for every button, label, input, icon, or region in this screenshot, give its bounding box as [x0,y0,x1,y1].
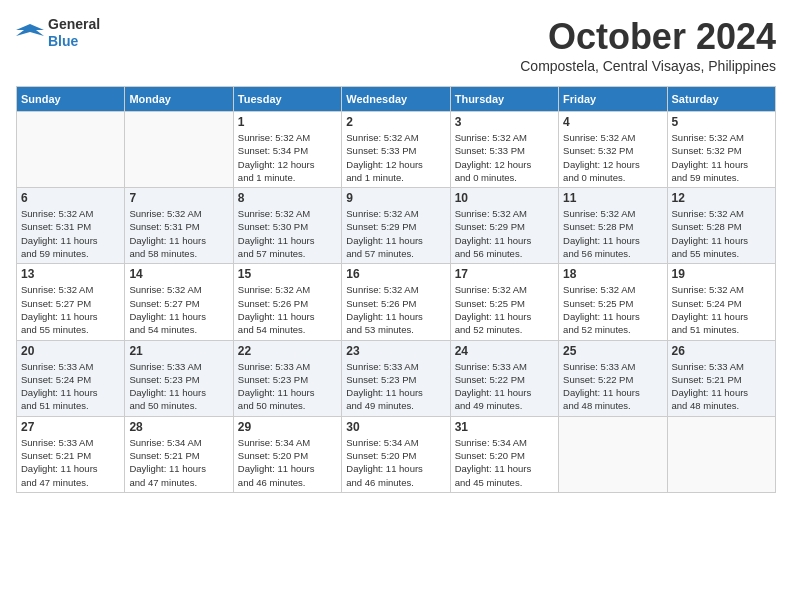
location-subtitle: Compostela, Central Visayas, Philippines [520,58,776,74]
calendar-cell: 3Sunrise: 5:32 AM Sunset: 5:33 PM Daylig… [450,112,558,188]
day-info: Sunrise: 5:32 AM Sunset: 5:30 PM Dayligh… [238,207,337,260]
day-number: 9 [346,191,445,205]
day-info: Sunrise: 5:33 AM Sunset: 5:23 PM Dayligh… [238,360,337,413]
calendar-cell: 16Sunrise: 5:32 AM Sunset: 5:26 PM Dayli… [342,264,450,340]
day-info: Sunrise: 5:32 AM Sunset: 5:29 PM Dayligh… [346,207,445,260]
day-info: Sunrise: 5:32 AM Sunset: 5:31 PM Dayligh… [21,207,120,260]
calendar-header-row: SundayMondayTuesdayWednesdayThursdayFrid… [17,87,776,112]
day-info: Sunrise: 5:32 AM Sunset: 5:34 PM Dayligh… [238,131,337,184]
day-number: 2 [346,115,445,129]
calendar-cell: 26Sunrise: 5:33 AM Sunset: 5:21 PM Dayli… [667,340,775,416]
logo-line2: Blue [48,33,100,50]
day-info: Sunrise: 5:34 AM Sunset: 5:20 PM Dayligh… [455,436,554,489]
calendar-cell: 28Sunrise: 5:34 AM Sunset: 5:21 PM Dayli… [125,416,233,492]
day-info: Sunrise: 5:32 AM Sunset: 5:25 PM Dayligh… [563,283,662,336]
day-number: 26 [672,344,771,358]
day-number: 29 [238,420,337,434]
calendar-header-monday: Monday [125,87,233,112]
day-number: 27 [21,420,120,434]
day-number: 7 [129,191,228,205]
calendar-cell: 4Sunrise: 5:32 AM Sunset: 5:32 PM Daylig… [559,112,667,188]
calendar-cell: 1Sunrise: 5:32 AM Sunset: 5:34 PM Daylig… [233,112,341,188]
calendar-cell: 29Sunrise: 5:34 AM Sunset: 5:20 PM Dayli… [233,416,341,492]
day-info: Sunrise: 5:32 AM Sunset: 5:32 PM Dayligh… [563,131,662,184]
calendar-cell: 18Sunrise: 5:32 AM Sunset: 5:25 PM Dayli… [559,264,667,340]
day-number: 22 [238,344,337,358]
calendar-cell: 8Sunrise: 5:32 AM Sunset: 5:30 PM Daylig… [233,188,341,264]
day-number: 4 [563,115,662,129]
calendar-week-row: 27Sunrise: 5:33 AM Sunset: 5:21 PM Dayli… [17,416,776,492]
day-info: Sunrise: 5:34 AM Sunset: 5:20 PM Dayligh… [238,436,337,489]
day-number: 19 [672,267,771,281]
day-info: Sunrise: 5:32 AM Sunset: 5:26 PM Dayligh… [346,283,445,336]
day-info: Sunrise: 5:32 AM Sunset: 5:26 PM Dayligh… [238,283,337,336]
calendar-cell: 7Sunrise: 5:32 AM Sunset: 5:31 PM Daylig… [125,188,233,264]
calendar-cell: 19Sunrise: 5:32 AM Sunset: 5:24 PM Dayli… [667,264,775,340]
day-info: Sunrise: 5:32 AM Sunset: 5:33 PM Dayligh… [455,131,554,184]
day-info: Sunrise: 5:33 AM Sunset: 5:22 PM Dayligh… [563,360,662,413]
calendar-cell: 25Sunrise: 5:33 AM Sunset: 5:22 PM Dayli… [559,340,667,416]
day-number: 17 [455,267,554,281]
calendar-cell: 20Sunrise: 5:33 AM Sunset: 5:24 PM Dayli… [17,340,125,416]
day-number: 11 [563,191,662,205]
calendar-table: SundayMondayTuesdayWednesdayThursdayFrid… [16,86,776,493]
month-title: October 2024 [520,16,776,58]
day-info: Sunrise: 5:33 AM Sunset: 5:23 PM Dayligh… [346,360,445,413]
calendar-header-thursday: Thursday [450,87,558,112]
calendar-week-row: 13Sunrise: 5:32 AM Sunset: 5:27 PM Dayli… [17,264,776,340]
logo-text: General Blue [48,16,100,50]
calendar-header-saturday: Saturday [667,87,775,112]
calendar-cell: 22Sunrise: 5:33 AM Sunset: 5:23 PM Dayli… [233,340,341,416]
title-section: October 2024 Compostela, Central Visayas… [520,16,776,74]
calendar-cell: 6Sunrise: 5:32 AM Sunset: 5:31 PM Daylig… [17,188,125,264]
calendar-cell: 27Sunrise: 5:33 AM Sunset: 5:21 PM Dayli… [17,416,125,492]
calendar-cell: 21Sunrise: 5:33 AM Sunset: 5:23 PM Dayli… [125,340,233,416]
day-info: Sunrise: 5:32 AM Sunset: 5:28 PM Dayligh… [563,207,662,260]
calendar-cell: 15Sunrise: 5:32 AM Sunset: 5:26 PM Dayli… [233,264,341,340]
calendar-cell: 31Sunrise: 5:34 AM Sunset: 5:20 PM Dayli… [450,416,558,492]
day-info: Sunrise: 5:32 AM Sunset: 5:28 PM Dayligh… [672,207,771,260]
svg-marker-0 [16,24,44,36]
calendar-cell [17,112,125,188]
day-info: Sunrise: 5:34 AM Sunset: 5:20 PM Dayligh… [346,436,445,489]
day-number: 3 [455,115,554,129]
calendar-header-wednesday: Wednesday [342,87,450,112]
day-number: 21 [129,344,228,358]
calendar-week-row: 20Sunrise: 5:33 AM Sunset: 5:24 PM Dayli… [17,340,776,416]
day-info: Sunrise: 5:34 AM Sunset: 5:21 PM Dayligh… [129,436,228,489]
day-number: 13 [21,267,120,281]
day-info: Sunrise: 5:32 AM Sunset: 5:25 PM Dayligh… [455,283,554,336]
logo-bird-icon [16,22,44,44]
day-number: 15 [238,267,337,281]
day-info: Sunrise: 5:32 AM Sunset: 5:29 PM Dayligh… [455,207,554,260]
calendar-header-sunday: Sunday [17,87,125,112]
day-info: Sunrise: 5:33 AM Sunset: 5:23 PM Dayligh… [129,360,228,413]
calendar-cell: 17Sunrise: 5:32 AM Sunset: 5:25 PM Dayli… [450,264,558,340]
page-header: General Blue October 2024 Compostela, Ce… [16,16,776,74]
logo: General Blue [16,16,100,50]
day-info: Sunrise: 5:32 AM Sunset: 5:33 PM Dayligh… [346,131,445,184]
day-info: Sunrise: 5:33 AM Sunset: 5:21 PM Dayligh… [21,436,120,489]
calendar-cell: 10Sunrise: 5:32 AM Sunset: 5:29 PM Dayli… [450,188,558,264]
day-info: Sunrise: 5:32 AM Sunset: 5:27 PM Dayligh… [129,283,228,336]
day-number: 24 [455,344,554,358]
calendar-cell: 12Sunrise: 5:32 AM Sunset: 5:28 PM Dayli… [667,188,775,264]
day-number: 23 [346,344,445,358]
day-info: Sunrise: 5:33 AM Sunset: 5:21 PM Dayligh… [672,360,771,413]
day-info: Sunrise: 5:32 AM Sunset: 5:27 PM Dayligh… [21,283,120,336]
calendar-cell: 2Sunrise: 5:32 AM Sunset: 5:33 PM Daylig… [342,112,450,188]
calendar-cell [667,416,775,492]
calendar-cell: 14Sunrise: 5:32 AM Sunset: 5:27 PM Dayli… [125,264,233,340]
calendar-cell: 30Sunrise: 5:34 AM Sunset: 5:20 PM Dayli… [342,416,450,492]
day-number: 6 [21,191,120,205]
day-number: 20 [21,344,120,358]
day-number: 28 [129,420,228,434]
calendar-cell [125,112,233,188]
day-info: Sunrise: 5:32 AM Sunset: 5:32 PM Dayligh… [672,131,771,184]
day-number: 18 [563,267,662,281]
calendar-week-row: 6Sunrise: 5:32 AM Sunset: 5:31 PM Daylig… [17,188,776,264]
day-info: Sunrise: 5:32 AM Sunset: 5:24 PM Dayligh… [672,283,771,336]
calendar-week-row: 1Sunrise: 5:32 AM Sunset: 5:34 PM Daylig… [17,112,776,188]
day-number: 25 [563,344,662,358]
logo-line1: General [48,16,100,33]
